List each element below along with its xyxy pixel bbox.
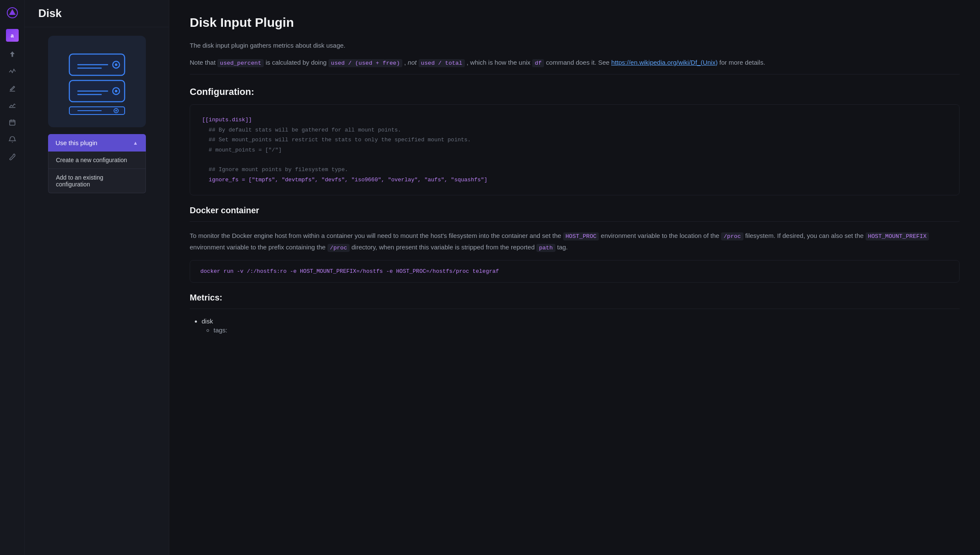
docker-command-block: docker run -v /:/hostfs:ro -e HOST_MOUNT… xyxy=(190,260,960,283)
chevron-up-icon: ▲ xyxy=(133,140,138,146)
svg-rect-5 xyxy=(9,120,15,126)
plugin-desc2: Note that used_percent is calculated by … xyxy=(190,57,960,69)
add-to-existing-config-item[interactable]: Add to an existing configuration xyxy=(48,169,145,193)
wrench-icon[interactable] xyxy=(5,149,20,164)
code-host-proc: HOST_PROC xyxy=(563,232,599,240)
metrics-section: disk tags: xyxy=(190,318,960,334)
metric-disk: disk tags: xyxy=(202,318,960,334)
svg-point-14 xyxy=(115,63,117,66)
code-proc2: /proc xyxy=(328,244,350,252)
svg-point-19 xyxy=(115,90,117,92)
calendar-icon[interactable] xyxy=(5,115,20,130)
use-plugin-button[interactable]: Use this plugin ▲ xyxy=(48,134,146,152)
svg-point-23 xyxy=(115,110,117,112)
divider-2 xyxy=(190,221,960,222)
metric-disk-tags: tags: xyxy=(214,326,960,334)
page-title-bar: Disk xyxy=(25,0,169,27)
app-logo xyxy=(5,5,20,20)
upload-icon[interactable] xyxy=(5,47,20,62)
code-used-percent: used_percent xyxy=(217,59,264,67)
docker-heading: Docker container xyxy=(190,206,960,215)
text-not: not xyxy=(406,59,416,66)
wiki-link[interactable]: https://en.wikipedia.org/wiki/Df_(Unix) xyxy=(611,59,718,66)
code-host-mount-prefix: HOST_MOUNT_PREFIX xyxy=(866,232,929,240)
code-proc: /proc xyxy=(721,232,744,240)
divider-3 xyxy=(190,309,960,309)
plugin-desc1: The disk input plugin gathers metrics ab… xyxy=(190,40,960,51)
config-heading: Configuration: xyxy=(190,86,960,97)
use-plugin-dropdown: Create a new configuration Add to an exi… xyxy=(48,152,146,193)
divider-1 xyxy=(190,74,960,74)
chart-icon[interactable] xyxy=(5,98,20,113)
plugin-title: Disk Input Plugin xyxy=(190,15,960,30)
activity-icon[interactable] xyxy=(5,64,20,79)
create-new-config-item[interactable]: Create a new configuration xyxy=(48,152,145,169)
config-code-block: [[inputs.disk]] ## By default stats will… xyxy=(190,104,960,195)
avatar[interactable]: a xyxy=(6,29,19,42)
main-layout: Disk xyxy=(25,0,980,555)
icon-bar: a xyxy=(0,0,25,555)
code-formula: used / (used + free) xyxy=(328,59,402,67)
metrics-heading: Metrics: xyxy=(190,293,960,303)
bell-icon[interactable] xyxy=(5,132,20,147)
plugin-image xyxy=(48,36,146,127)
code-path: path xyxy=(536,244,555,252)
code-df: df xyxy=(532,59,544,67)
content-area: Disk Input Plugin The disk input plugin … xyxy=(169,0,980,555)
page-title: Disk xyxy=(38,7,155,20)
docker-desc: To monitor the Docker engine host from w… xyxy=(190,230,960,253)
use-plugin-container: Use this plugin ▲ Create a new configura… xyxy=(48,134,146,193)
code-total: used / total xyxy=(419,59,465,67)
use-plugin-label: Use this plugin xyxy=(56,139,97,146)
edit-icon[interactable] xyxy=(5,81,20,96)
